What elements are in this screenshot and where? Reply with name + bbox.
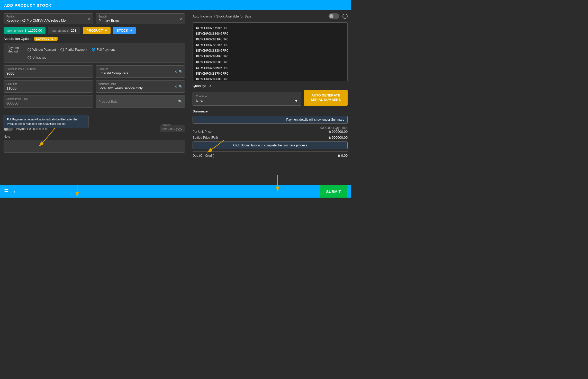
product-label: Product <box>6 15 90 18</box>
selling-price-currency: ฿ <box>24 29 26 32</box>
sell-price-field[interactable]: Sell Price 11000 <box>4 80 93 93</box>
due-at-label: Due At <box>162 124 170 126</box>
product-batch-field[interactable]: Product Batch 🔍 <box>96 95 185 108</box>
warranty-clear-icon[interactable]: ✕ <box>174 85 177 89</box>
summary-per-unit-row: Per Unit Price 9000.00 x Qty (100) ฿ 900… <box>193 126 348 134</box>
main-container: Product Keychron K6 Pro QMK/VIA Wireless… <box>0 10 351 185</box>
settled-price-value-sum: ฿ 900000.00 <box>329 136 348 139</box>
supplier-icons: ✕ 🔍 <box>174 70 183 74</box>
product-batch-value: Product Batch <box>98 98 182 103</box>
acquisition-options-section: Acquisition Options LEARN MORE ↗ <box>4 37 185 41</box>
radio-untracked-label: Untracked <box>32 56 47 59</box>
product-close-icon[interactable]: ✕ <box>88 17 91 21</box>
payment-method-box: Payment Method Without Payment Partial P… <box>4 43 185 63</box>
branch-field: Branch Primary Branch ✕ <box>96 13 185 24</box>
submit-button[interactable]: SUBMIT <box>320 185 347 198</box>
hamburger-icon[interactable]: ☰ <box>4 188 9 195</box>
summary-section: Summary Payment details will show under … <box>193 109 348 157</box>
header: ADD PRODUCT STOCK <box>0 0 351 10</box>
serial-number-2: KEYCHRON280K6PRO <box>196 31 344 37</box>
serial-number-7: KEYCHRON285K6PRO <box>196 59 344 65</box>
summary-tooltip-text: Payment details will show under Summary <box>286 118 344 121</box>
payment-without-payment[interactable]: Without Payment <box>28 48 56 51</box>
per-unit-price-right: 9000.00 x Qty (100) ฿ 900000.00 <box>320 126 348 134</box>
stock-button[interactable]: STOCK ↗ <box>113 27 136 34</box>
serial-number-6: KEYCHRON284K6PRO <box>196 54 344 59</box>
back-icon[interactable]: ‹ <box>14 189 16 195</box>
warranty-icons: ✕ 🔍 <box>174 85 183 89</box>
purchase-price-field[interactable]: Purchase Price (Per Unit) 9000 <box>4 65 93 78</box>
current-stock-label: Current Stock <box>52 29 69 32</box>
bottom-bar: ☰ ‹ SUBMIT <box>0 185 351 198</box>
full-payment-tooltip-text: Full Payment amount will automatically b… <box>7 118 77 125</box>
quantity-label: Quantity: <box>193 84 206 88</box>
summary-tooltip: Payment details will show under Summary <box>193 116 348 124</box>
settled-price-label: Settled Price (Full) <box>6 98 90 100</box>
selling-price-badge: Selling Price ฿ 11000.00 <box>4 27 46 34</box>
summary-settled-row: Settled Price (Full) ฿ 900000.00 <box>193 136 348 139</box>
settled-price-field[interactable]: Settled Price (Full) 900000 <box>4 95 93 108</box>
product-batch-search-icon[interactable]: 🔍 <box>178 100 182 103</box>
note-textarea[interactable] <box>4 140 185 153</box>
payment-method-options: Without Payment Partial Payment Full Pay… <box>28 48 115 51</box>
selling-price-label: Selling Price <box>7 29 23 32</box>
summary-divider <box>193 151 348 152</box>
serial-numbers-box: KEYCHRON279K6PRO KEYCHRON280K6PRO KEYCHR… <box>193 22 348 81</box>
auto-increment-toggle[interactable] <box>329 13 339 19</box>
condition-chevron-icon: ▼ <box>294 99 298 103</box>
product-branch-row: Product Keychron K6 Pro QMK/VIA Wireless… <box>4 13 185 24</box>
radio-without-payment-label: Without Payment <box>32 48 56 51</box>
warranty-search-icon[interactable]: 🔍 <box>179 85 183 89</box>
auto-increment-controls: i <box>329 13 348 19</box>
radio-partial-payment-circle <box>60 48 64 51</box>
branch-label: Branch <box>98 15 182 18</box>
form-grid: Purchase Price (Per Unit) 9000 Supplier … <box>4 65 185 108</box>
supplier-field[interactable]: Supplier Emerald Computers ✕ 🔍 <box>96 65 185 78</box>
supplier-search-icon[interactable]: 🔍 <box>179 70 183 74</box>
radio-untracked-circle <box>28 56 31 59</box>
current-stock-value: 253 <box>71 29 77 32</box>
summary-due-row: Due (On Credit) ฿ 0.00 <box>193 154 348 157</box>
purchase-price-value: 9000 <box>6 71 90 75</box>
note-label: Note <box>4 135 185 138</box>
condition-select[interactable]: Condition New ▼ <box>193 92 301 106</box>
radio-without-payment-circle <box>28 48 31 51</box>
settled-price-label-sum: Settled Price (Full) <box>193 136 218 139</box>
quantity-value: 100 <box>207 84 213 88</box>
due-on-credit-value: ฿ 0.00 <box>338 154 348 157</box>
summary-title: Summary <box>193 109 348 113</box>
purchase-price-label: Purchase Price (Per Unit) <box>6 68 90 70</box>
learn-more-badge[interactable]: LEARN MORE ↗ <box>34 37 58 41</box>
branch-close-icon[interactable]: ✕ <box>180 17 183 21</box>
payment-full-payment[interactable]: Full Payment <box>92 48 115 51</box>
serial-number-10: KEYCHRON288K6PRO <box>196 76 344 81</box>
info-icon[interactable]: i <box>342 14 348 19</box>
payment-untracked[interactable]: Untracked <box>28 56 47 59</box>
condition-value-row: New ▼ <box>196 99 298 103</box>
product-value: Keychron K6 Pro QMK/VIA Wireless Me <box>6 19 90 22</box>
selling-price-value: 11000.00 <box>28 29 42 32</box>
current-stock-badge: Current Stock 253 <box>48 27 80 34</box>
radio-full-payment-label: Full Payment <box>97 48 115 51</box>
serial-number-9: KEYCHRON287K6PRO <box>196 71 344 76</box>
product-button[interactable]: PRODUCT ↗ <box>83 27 110 34</box>
warranty-plans-value: Local Two Years Service Only <box>98 86 182 90</box>
branch-value: Primary Branch <box>98 19 182 22</box>
warranty-plans-label: Warranty Plans <box>98 83 182 85</box>
acquisition-options-label: Acquisition Options <box>4 37 32 41</box>
bottom-left: ☰ ‹ <box>4 188 16 195</box>
due-at-box[interactable]: Due At mm / dd / yyyy <box>160 126 185 132</box>
auto-generate-button[interactable]: AUTO GENERATE SERIAL NUMBERS <box>304 90 348 106</box>
condition-label: Condition <box>196 95 298 98</box>
warranty-plans-field[interactable]: Warranty Plans Local Two Years Service O… <box>96 80 185 93</box>
payment-partial-payment[interactable]: Partial Payment <box>60 48 87 51</box>
note-section: Note <box>4 135 185 154</box>
radio-partial-payment-label: Partial Payment <box>65 48 87 51</box>
auto-increment-knob <box>329 14 333 18</box>
supplier-label: Supplier <box>98 68 182 70</box>
supplier-clear-icon[interactable]: ✕ <box>174 70 177 74</box>
per-unit-price-calc: 9000.00 x Qty (100) <box>320 126 348 130</box>
due-on-credit-label: Due (On Credit) <box>193 154 214 157</box>
payment-untracked-row: Untracked <box>28 56 181 59</box>
left-panel: Product Keychron K6 Pro QMK/VIA Wireless… <box>0 10 189 185</box>
